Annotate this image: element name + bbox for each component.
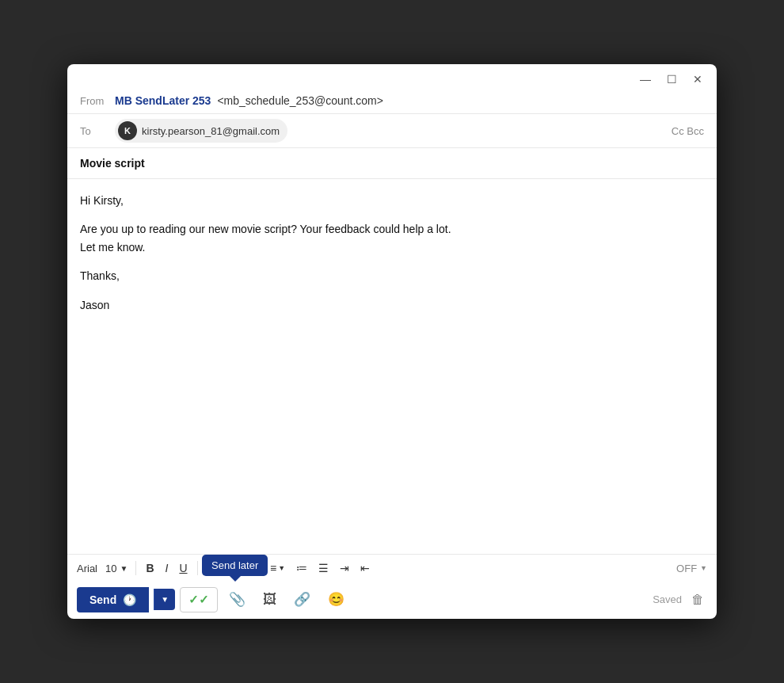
saved-status: Saved 🗑 bbox=[653, 590, 707, 610]
send-dropdown-button[interactable]: ▼ bbox=[154, 589, 175, 610]
compose-window: — ☐ ✕ From MB SendLater 253 <mb_schedule… bbox=[67, 64, 717, 619]
from-email: <mb_schedule_253@count.com> bbox=[217, 94, 383, 107]
action-bar: Send later Send 🕐 ▼ ✓✓ 📎 🖼 🔗 😊 Saved 🗑 bbox=[67, 583, 717, 619]
italic-button[interactable]: I bbox=[161, 559, 173, 577]
font-size-value: 10 bbox=[105, 563, 116, 574]
ordered-list-button[interactable]: ≔ bbox=[291, 559, 312, 577]
subject-text: Movie script bbox=[80, 157, 145, 170]
title-bar: — ☐ ✕ bbox=[67, 64, 717, 91]
emoji-button[interactable]: 😊 bbox=[322, 586, 351, 612]
highlight-dropdown-arrow: ▼ bbox=[243, 565, 250, 572]
recipient-email: kirsty.pearson_81@gmail.com bbox=[142, 125, 280, 137]
align-button[interactable]: ≡ ▼ bbox=[265, 559, 290, 577]
image-button[interactable]: 🖼 bbox=[257, 587, 283, 612]
attach-button[interactable]: 📎 bbox=[223, 586, 252, 612]
check-icon: ✓✓ bbox=[188, 593, 209, 607]
font-color-dropdown-arrow: ▼ bbox=[216, 565, 223, 572]
highlight-icon: A bbox=[234, 563, 242, 574]
body-line1: Hi Kirsty, bbox=[80, 192, 704, 209]
emoji-icon: 😊 bbox=[328, 592, 344, 607]
indent-icon: ⇥ bbox=[340, 562, 349, 574]
window-controls: — ☐ ✕ bbox=[637, 72, 706, 86]
send-label: Send bbox=[89, 593, 116, 606]
minimize-button[interactable]: — bbox=[637, 72, 654, 86]
image-icon: 🖼 bbox=[263, 592, 276, 607]
send-dropdown-arrow: ▼ bbox=[161, 595, 169, 604]
ordered-list-icon: ≔ bbox=[296, 562, 307, 574]
close-button[interactable]: ✕ bbox=[690, 72, 706, 86]
indent-button[interactable]: ⇥ bbox=[335, 559, 354, 577]
from-name: MB SendLater 253 bbox=[115, 94, 211, 107]
outdent-icon: ⇤ bbox=[360, 562, 370, 574]
delete-button[interactable]: 🗑 bbox=[688, 590, 707, 610]
link-button[interactable]: 🔗 bbox=[287, 586, 317, 612]
link-icon: 🔗 bbox=[294, 592, 310, 607]
tracking-arrow: ▼ bbox=[700, 564, 707, 572]
font-color-button[interactable]: A ▼ bbox=[203, 559, 228, 577]
separator-2 bbox=[197, 561, 198, 575]
avatar: K bbox=[118, 121, 137, 140]
email-body[interactable]: Hi Kirsty, Are you up to reading our new… bbox=[67, 178, 717, 554]
toolbar-area: Arial 10 ▼ B I U A ▼ A ▼ bbox=[67, 554, 717, 583]
from-row: From MB SendLater 253 <mb_schedule_253@c… bbox=[67, 91, 717, 113]
underline-button[interactable]: U bbox=[174, 559, 192, 577]
body-line2: Are you up to reading our new movie scri… bbox=[80, 220, 704, 238]
formatting-bar: Arial 10 ▼ B I U A ▼ A ▼ bbox=[77, 559, 707, 577]
recipient-chip[interactable]: K kirsty.pearson_81@gmail.com bbox=[115, 119, 287, 143]
separator-3 bbox=[260, 561, 261, 575]
font-size-chevron: ▼ bbox=[120, 564, 127, 573]
align-icon: ≡ bbox=[270, 563, 276, 574]
bold-button[interactable]: B bbox=[141, 559, 158, 577]
send-button[interactable]: Send 🕐 bbox=[77, 587, 149, 612]
to-row: To K kirsty.pearson_81@gmail.com Cc Bcc bbox=[67, 113, 717, 147]
to-label: To bbox=[80, 125, 108, 137]
from-label: From bbox=[80, 95, 108, 107]
tracking-toggle[interactable]: OFF ▼ bbox=[676, 563, 707, 574]
unordered-list-icon: ☰ bbox=[318, 562, 329, 574]
maximize-button[interactable]: ☐ bbox=[664, 72, 680, 86]
delete-icon: 🗑 bbox=[691, 593, 704, 606]
check-button[interactable]: ✓✓ bbox=[180, 587, 218, 612]
tracking-value: OFF bbox=[676, 563, 697, 574]
font-color-icon: A bbox=[207, 563, 215, 574]
outdent-button[interactable]: ⇤ bbox=[356, 559, 375, 577]
clock-icon: 🕐 bbox=[123, 593, 136, 606]
separator-1 bbox=[135, 561, 136, 575]
body-line4: Thanks, bbox=[80, 267, 704, 284]
body-line5: Jason bbox=[80, 296, 704, 314]
subject-row: Movie script bbox=[67, 147, 717, 178]
font-size-select[interactable]: 10 ▼ bbox=[102, 561, 131, 576]
cc-bcc-button[interactable]: Cc Bcc bbox=[672, 125, 704, 137]
body-line3: Let me know. bbox=[80, 238, 704, 256]
attach-icon: 📎 bbox=[229, 592, 245, 607]
saved-text: Saved bbox=[653, 593, 682, 605]
highlight-button[interactable]: A ▼ bbox=[230, 559, 255, 577]
align-dropdown-arrow: ▼ bbox=[278, 565, 285, 572]
unordered-list-button[interactable]: ☰ bbox=[314, 559, 333, 577]
font-label: Arial bbox=[77, 563, 97, 574]
